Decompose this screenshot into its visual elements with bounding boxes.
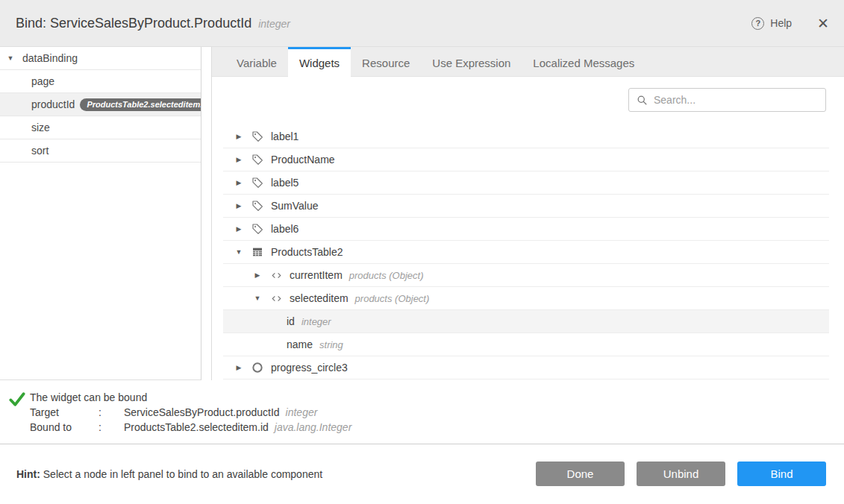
help-icon: ?: [751, 17, 764, 30]
status-value: ProductsTable2.selecteditem.idjava.lang.…: [124, 420, 844, 435]
sidebar-item-databinding[interactable]: ▼ dataBinding: [0, 47, 201, 70]
done-button[interactable]: Done: [536, 462, 625, 486]
sidebar-item-size[interactable]: size: [0, 116, 201, 139]
unbind-button[interactable]: Unbind: [637, 462, 725, 486]
tag-icon: [251, 222, 264, 236]
tree-row-currentitem[interactable]: ▶ currentItem products (Object): [223, 264, 829, 287]
status-value-type: java.lang.Integer: [275, 421, 352, 433]
tag-icon: [251, 199, 264, 212]
sidebar-item-label: sort: [31, 145, 49, 157]
sidebar-item-productid[interactable]: productId ProductsTable2.selecteditem.id: [0, 93, 201, 116]
widget-tree: ▶ label1 ▶ ProductName ▶: [223, 125, 829, 379]
status-colon: :: [99, 405, 124, 420]
bind-button[interactable]: Bind: [737, 462, 826, 486]
status-colon: :: [99, 420, 124, 435]
search-icon: [637, 95, 648, 106]
tree-row-productname[interactable]: ▶ ProductName: [223, 148, 829, 171]
binding-source-panel: Variable Widgets Resource Use Expression…: [211, 47, 844, 380]
tree-row-label: ProductsTable2: [271, 246, 343, 258]
dialog-header: Bind: ServiceSalesByProduct.ProductId in…: [0, 0, 844, 47]
help-button[interactable]: ? Help: [751, 17, 792, 30]
close-icon[interactable]: ✕: [817, 16, 829, 31]
chevron-right-icon[interactable]: ▶: [234, 179, 243, 186]
sidebar-item-label: page: [31, 75, 54, 87]
tab-resource[interactable]: Resource: [351, 47, 421, 76]
dialog-title: Bind: ServiceSalesByProduct.ProductId: [16, 16, 251, 31]
hint-text: Hint: Select a node in left panel to bin…: [16, 468, 322, 480]
sidebar-item-page[interactable]: page: [0, 70, 201, 93]
binding-status: The widget can be bound Target : Service…: [0, 380, 844, 444]
chevron-down-icon[interactable]: ▼: [6, 54, 15, 62]
check-icon: [9, 392, 25, 407]
tree-row-label: label6: [271, 223, 298, 235]
sidebar-item-label: productId: [31, 98, 75, 110]
bind-dialog: Bind: ServiceSalesByProduct.ProductId in…: [0, 0, 844, 504]
tab-variable[interactable]: Variable: [225, 47, 288, 76]
tab-widgets[interactable]: Widgets: [288, 47, 351, 77]
tree-row-label: id: [287, 315, 295, 327]
status-target-row: Target : ServiceSalesByProduct.productId…: [30, 405, 844, 420]
tree-row-selecteditem[interactable]: ▼ selecteditem products (Object): [223, 287, 829, 310]
search-box: [628, 88, 826, 112]
sidebar-item-label: size: [31, 122, 50, 133]
tag-icon: [251, 130, 264, 143]
chevron-right-icon[interactable]: ▶: [234, 202, 243, 210]
tree-row-label: SumValue: [271, 200, 319, 212]
chevron-right-icon[interactable]: ▶: [234, 156, 243, 163]
tree-row-label: name: [287, 338, 313, 350]
chevron-right-icon[interactable]: ▶: [234, 133, 243, 140]
code-icon: [269, 268, 283, 282]
search-input[interactable]: [654, 94, 818, 106]
tree-row-sumvalue[interactable]: ▶ SumValue: [223, 195, 829, 218]
table-icon: [251, 245, 264, 259]
tree-row-label: ProductName: [271, 154, 335, 166]
tree-row-label: label1: [271, 130, 298, 142]
tree-row-label6[interactable]: ▶ label6: [223, 218, 829, 241]
tree-row-label: selecteditem: [290, 292, 348, 304]
tag-icon: [251, 153, 264, 166]
databinding-sidebar: ▼ dataBinding page productId ProductsTab…: [0, 47, 201, 380]
chevron-right-icon[interactable]: ▶: [234, 225, 243, 233]
chevron-right-icon[interactable]: ▶: [253, 271, 262, 279]
tab-localized-messages[interactable]: Localized Messages: [522, 47, 645, 76]
status-message: The widget can be bound: [30, 390, 844, 405]
dialog-footer: Hint: Select a node in left panel to bin…: [0, 444, 844, 503]
status-boundto-row: Bound to : ProductsTable2.selecteditem.i…: [30, 420, 844, 435]
panel-gutter: [201, 47, 211, 380]
sidebar-item-sort[interactable]: sort: [0, 139, 201, 163]
binding-badge: ProductsTable2.selecteditem.id: [80, 98, 201, 111]
tree-row-type: string: [319, 339, 343, 350]
tree-row-type: products (Object): [349, 270, 424, 281]
chevron-down-icon[interactable]: ▼: [253, 294, 262, 302]
tree-row-progress-circle3[interactable]: ▶ progress_circle3: [223, 356, 829, 379]
tree-row-type: integer: [301, 316, 331, 327]
tree-row-type: products (Object): [355, 293, 430, 304]
tab-use-expression[interactable]: Use Expression: [421, 47, 522, 76]
status-value: ServiceSalesByProduct.productIdinteger: [124, 405, 844, 420]
tree-row-label: currentItem: [290, 269, 343, 281]
status-label: Target: [30, 405, 99, 420]
status-value-type: integer: [286, 406, 318, 418]
tree-row-name[interactable]: name string: [223, 333, 829, 356]
sidebar-item-label: dataBinding: [22, 52, 78, 64]
tree-row-label1[interactable]: ▶ label1: [223, 125, 829, 148]
status-label: Bound to: [30, 420, 99, 435]
tag-icon: [251, 176, 264, 189]
code-icon: [269, 292, 283, 305]
chevron-right-icon[interactable]: ▶: [234, 364, 243, 371]
tree-row-label5[interactable]: ▶ label5: [223, 171, 829, 195]
chevron-down-icon[interactable]: ▼: [234, 248, 243, 256]
tree-row-label: progress_circle3: [271, 362, 348, 374]
tree-row-productstable2[interactable]: ▼ ProductsTable2: [223, 241, 829, 264]
tree-row-label: label5: [271, 177, 298, 189]
circle-icon: [251, 361, 264, 374]
help-label: Help: [770, 17, 792, 29]
tab-bar: Variable Widgets Resource Use Expression…: [212, 47, 844, 77]
tree-row-id[interactable]: id integer: [223, 310, 829, 333]
dialog-title-type: integer: [258, 18, 290, 30]
